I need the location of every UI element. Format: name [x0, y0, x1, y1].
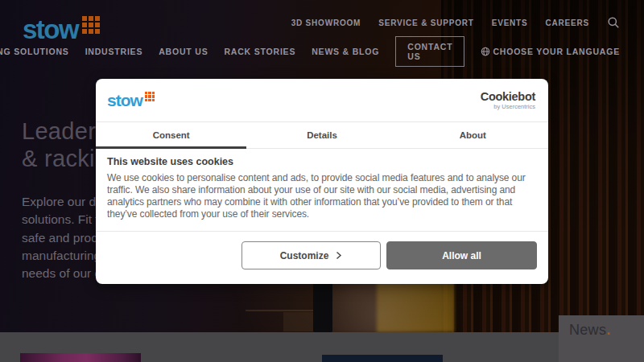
cookie-dialog-heading: This website uses cookies	[107, 156, 537, 167]
nav-events[interactable]: EVENTS	[492, 19, 528, 27]
cookiebot-logo-byline: by Usercentrics	[481, 104, 535, 110]
nav-rack-stories[interactable]: RACK STORIES	[224, 47, 295, 56]
customize-button[interactable]: Customize	[242, 241, 381, 269]
stow-grid-icon	[145, 92, 155, 102]
news-heading-dot: .	[606, 322, 610, 338]
nav-service-support[interactable]: SERVICE & SUPPORT	[378, 19, 473, 27]
cookie-dialog-header: stow Cookiebot by Usercentrics	[96, 79, 548, 122]
stow-dialog-logo: stow	[107, 93, 155, 109]
nav-storage-racking-solutions[interactable]: STORAGE & RACKING SOLUTIONS	[0, 47, 69, 56]
floor-rail	[246, 310, 314, 311]
allow-all-button-label: Allow all	[442, 250, 481, 261]
language-selector[interactable]: CHOOSE YOUR LANGUAGE	[481, 47, 620, 56]
cookie-consent-dialog: stow Cookiebot by Usercentrics Consent D…	[96, 79, 548, 284]
tab-details[interactable]: Details	[246, 122, 397, 148]
customize-button-label: Customize	[280, 250, 329, 261]
cookiebot-logo[interactable]: Cookiebot by Usercentrics	[481, 91, 535, 110]
news-card-image[interactable]	[20, 353, 141, 362]
cookie-dialog-content: This website uses cookies We use cookies…	[96, 149, 548, 232]
site-header: stow 3D SHOWROOM SERVICE & SUPPORT EVENT…	[0, 0, 644, 68]
nav-industries[interactable]: INDUSTRIES	[85, 47, 143, 56]
tab-consent[interactable]: Consent	[96, 122, 246, 148]
language-selector-label: CHOOSE YOUR LANGUAGE	[493, 47, 620, 56]
nav-news-blog[interactable]: NEWS & BLOG	[312, 47, 379, 56]
tab-about[interactable]: About	[398, 122, 548, 148]
globe-icon	[481, 47, 490, 56]
header-navigation: 3D SHOWROOM SERVICE & SUPPORT EVENTS CAR…	[0, 16, 620, 67]
main-nav: STORAGE & RACKING SOLUTIONS INDUSTRIES A…	[0, 36, 620, 67]
cookiebot-logo-name: Cookiebot	[481, 91, 535, 103]
floor-bench	[283, 312, 314, 331]
allow-all-button[interactable]: Allow all	[386, 241, 537, 269]
nav-careers[interactable]: CAREERS	[546, 19, 590, 27]
news-heading-text: News	[569, 322, 606, 338]
news-card-image[interactable]	[322, 355, 443, 362]
utility-nav: 3D SHOWROOM SERVICE & SUPPORT EVENTS CAR…	[291, 16, 620, 29]
news-heading: News.	[569, 322, 611, 339]
stow-dialog-logo-text: stow	[107, 93, 142, 109]
search-icon[interactable]	[607, 16, 620, 29]
chevron-right-icon	[336, 251, 342, 260]
contact-us-button[interactable]: CONTACT US	[395, 36, 464, 67]
cookie-dialog-footer: Customize Allow all	[96, 232, 548, 284]
news-panel: News.	[559, 315, 644, 362]
cookie-dialog-body: We use cookies to personalise content an…	[107, 172, 537, 220]
cookie-dialog-tabs: Consent Details About	[96, 122, 548, 149]
nav-about-us[interactable]: ABOUT US	[159, 47, 208, 56]
nav-3d-showroom[interactable]: 3D SHOWROOM	[291, 19, 361, 27]
